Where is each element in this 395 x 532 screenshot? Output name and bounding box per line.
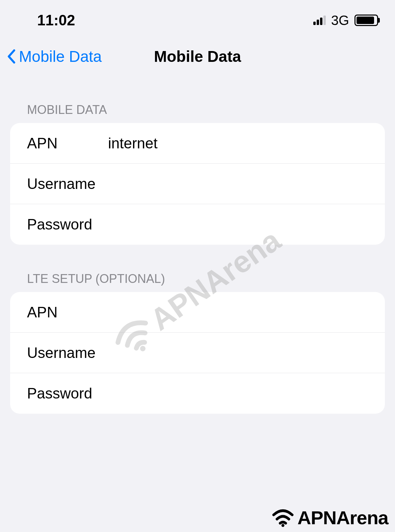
status-bar: 11:02 3G <box>0 0 395 34</box>
row-label: APN <box>27 135 108 152</box>
network-type: 3G <box>331 13 349 28</box>
logo-text: APNArena <box>297 507 388 529</box>
back-button[interactable]: Mobile Data <box>7 47 102 66</box>
status-time: 11:02 <box>17 12 75 29</box>
svg-point-1 <box>282 524 285 527</box>
row-lte-apn[interactable]: APN <box>10 292 385 333</box>
row-label: Username <box>27 344 108 361</box>
section-header-mobile-data: MOBILE DATA <box>0 76 395 123</box>
apn-input[interactable] <box>108 135 368 152</box>
signal-icon <box>313 16 326 25</box>
section-card-mobile-data: APN Username Password <box>10 123 385 245</box>
lte-username-input[interactable] <box>108 344 368 361</box>
row-apn[interactable]: APN <box>10 123 385 164</box>
battery-icon <box>354 15 378 26</box>
row-label: APN <box>27 304 108 321</box>
row-password[interactable]: Password <box>10 204 385 245</box>
row-username[interactable]: Username <box>10 164 385 204</box>
wifi-icon <box>271 508 295 527</box>
row-lte-password[interactable]: Password <box>10 373 385 414</box>
section-card-lte: APN Username Password <box>10 292 385 414</box>
row-label: Password <box>27 216 108 233</box>
nav-bar: Mobile Data Mobile Data <box>0 34 395 76</box>
logo-footer: APNArena <box>271 507 388 529</box>
back-label: Mobile Data <box>19 47 102 66</box>
lte-password-input[interactable] <box>108 385 368 402</box>
row-label: Password <box>27 385 108 402</box>
row-label: Username <box>27 175 108 192</box>
password-input[interactable] <box>108 216 368 233</box>
section-header-lte: LTE SETUP (OPTIONAL) <box>0 245 395 292</box>
row-lte-username[interactable]: Username <box>10 333 385 373</box>
lte-apn-input[interactable] <box>108 304 368 321</box>
chevron-left-icon <box>7 49 16 64</box>
status-indicators: 3G <box>313 13 378 28</box>
username-input[interactable] <box>108 175 368 192</box>
